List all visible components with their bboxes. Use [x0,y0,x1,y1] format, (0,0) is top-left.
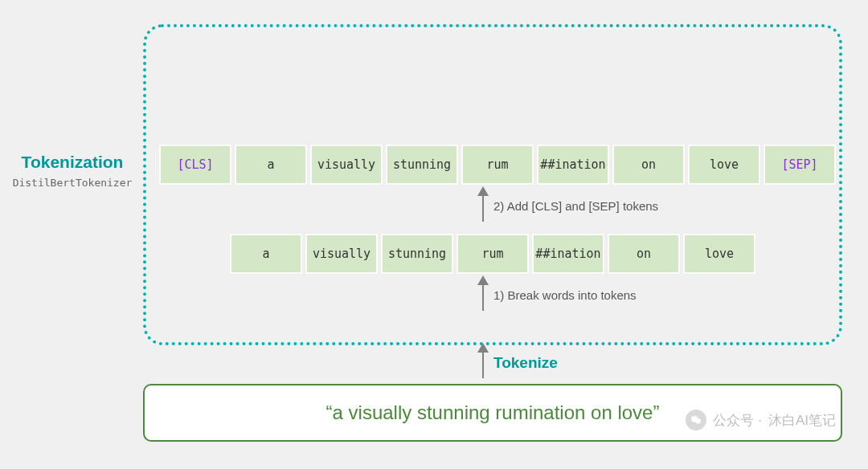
token: visually [305,234,378,274]
watermark-name: 沐白AI笔记 [768,411,836,430]
token: rum [457,234,529,274]
tokenizer-class-label: DistilBertTokenizer [8,177,137,189]
token: rum [461,145,534,185]
arrow-step-2: 2) Add [CLS] and [SEP] tokens [482,194,658,222]
wechat-icon [686,410,706,430]
watermark-prefix: 公众号 · [713,411,761,430]
token: stunning [381,234,453,274]
token-row-final: [CLS]avisuallystunningrum##inationonlove… [159,145,836,185]
token: on [608,234,680,274]
sidebar-labels: Tokenization DistilBertTokenizer [8,153,137,189]
input-sentence-text: “a visually stunning rumination on love” [326,402,660,424]
token-row-intermediate: avisuallystunningrum##inationonlove [230,234,755,274]
token: visually [310,145,383,185]
token-special: [CLS] [159,145,231,185]
tokenize-label: Tokenize [493,351,558,372]
token: love [688,145,760,185]
token: love [683,234,755,274]
token: a [235,145,307,185]
token: a [230,234,302,274]
arrow-tokenize: Tokenize [482,351,558,378]
step-1-label: 1) Break words into tokens [493,283,637,302]
token-special: [SEP] [764,145,836,185]
tokenization-title: Tokenization [8,153,137,172]
token: ##ination [532,234,604,274]
token: on [612,145,685,185]
watermark: 公众号 · 沐白AI笔记 [686,410,836,430]
token: stunning [386,145,458,185]
step-2-label: 2) Add [CLS] and [SEP] tokens [493,194,658,213]
svg-point-1 [696,418,702,424]
arrow-step-1: 1) Break words into tokens [482,283,637,311]
token: ##ination [537,145,609,185]
